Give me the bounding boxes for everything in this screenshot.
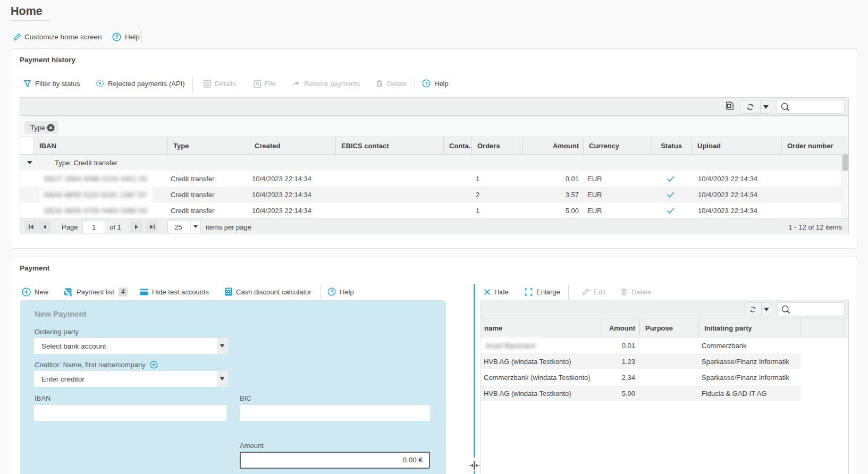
svg-text:?: ?: [115, 34, 118, 40]
svg-text:?: ?: [425, 80, 428, 86]
svg-text:?: ?: [330, 289, 333, 294]
